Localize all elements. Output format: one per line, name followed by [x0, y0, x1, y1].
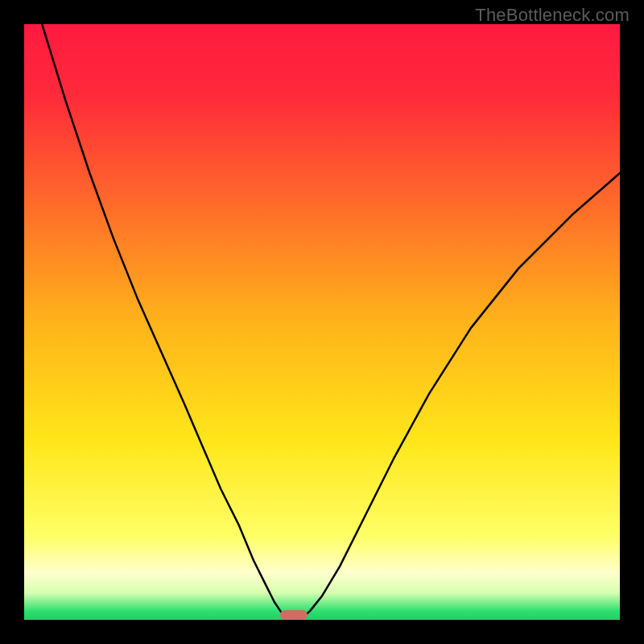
optimal-marker — [280, 610, 308, 620]
watermark-text: TheBottleneck.com — [475, 5, 630, 26]
bottleneck-curve — [24, 24, 620, 620]
plot-area — [24, 24, 620, 620]
chart-frame: TheBottleneck.com — [0, 0, 644, 644]
